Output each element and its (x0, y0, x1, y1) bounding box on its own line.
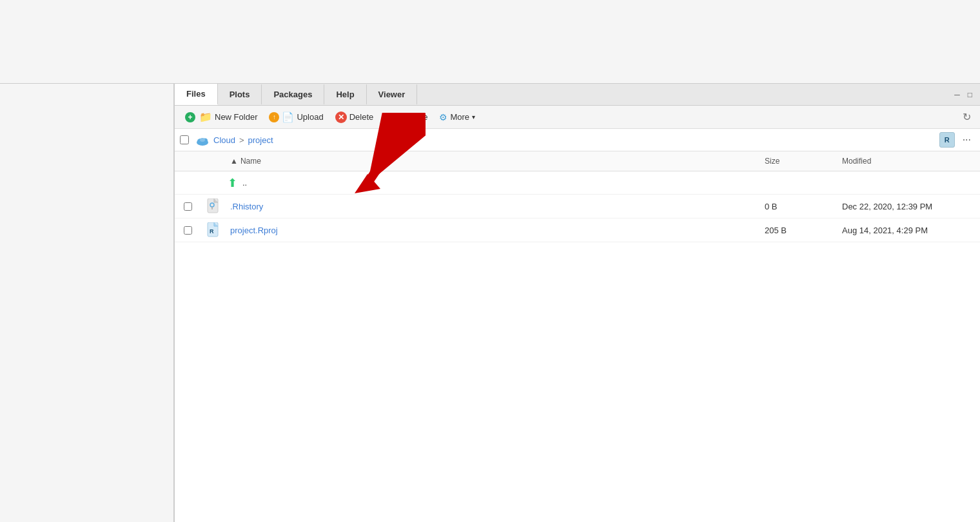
file-list: ⬆ .. .Rhistory 0 B Dec 22, 2020, 12:39 P… (175, 171, 980, 522)
row-file-icon-col (201, 196, 226, 217)
upload-file-icon: 📄 (282, 111, 294, 123)
toolbar: + 📁 New Folder ↑ 📄 Upload ✕ Delete ➜ Ren… (175, 106, 980, 129)
dropdown-chevron-icon: ▾ (472, 113, 475, 121)
breadcrumb-cloud-link[interactable]: Cloud (213, 135, 235, 145)
breadcrumb: Cloud > project R ··· (175, 129, 980, 151)
tab-plots[interactable]: Plots (218, 84, 262, 104)
file-date-col: Aug 14, 2021, 4:29 PM (838, 223, 980, 238)
breadcrumb-current-folder: project (248, 135, 273, 145)
svg-rect-4 (208, 198, 218, 213)
header-modified-col[interactable]: Modified (838, 154, 980, 168)
table-row: R project.Rproj 205 B Aug 14, 2021, 4:29… (175, 218, 980, 242)
row-file-icon-col: R (201, 220, 226, 240)
more-button[interactable]: ⚙ More ▾ (434, 110, 480, 125)
file-checkbox-rhistory[interactable] (184, 202, 192, 211)
new-folder-button[interactable]: + 📁 New Folder (180, 108, 262, 126)
file-checkbox-rproj[interactable] (184, 226, 192, 235)
delete-label: Delete (349, 112, 374, 122)
upload-circle-icon: ↑ (269, 112, 279, 122)
cloud-icon (195, 133, 210, 147)
maximize-button[interactable]: □ (965, 89, 975, 101)
minimize-button[interactable]: ─ (952, 89, 963, 101)
tab-packages[interactable]: Packages (262, 84, 324, 104)
more-label: More (450, 112, 469, 122)
green-plus-icon: + (185, 112, 195, 122)
file-panel: Files Plots Packages Help Viewer ─ □ + 📁… (174, 84, 980, 522)
r-badge-button[interactable]: R (939, 132, 955, 148)
upload-label: Upload (297, 112, 323, 122)
tab-help[interactable]: Help (324, 84, 366, 104)
header-checkbox-col (175, 154, 201, 168)
file-name-col: project.Rproj (226, 223, 761, 238)
refresh-button[interactable]: ↻ (959, 108, 975, 126)
tab-files[interactable]: Files (175, 84, 218, 105)
tab-viewer[interactable]: Viewer (367, 84, 418, 104)
delete-x-icon: ✕ (335, 111, 347, 123)
rename-label: Rename (396, 112, 427, 122)
file-size-col: 0 B (761, 199, 838, 214)
row-checkbox-col (175, 200, 201, 213)
file-link-rhistory[interactable]: .Rhistory (230, 202, 263, 211)
rename-arrow-icon: ➜ (385, 111, 393, 123)
tab-controls: ─ □ (952, 89, 980, 101)
new-folder-label: New Folder (215, 112, 257, 122)
tab-bar: Files Plots Packages Help Viewer ─ □ (175, 84, 980, 106)
svg-text:R: R (210, 228, 214, 235)
gear-icon: ⚙ (439, 112, 447, 122)
more-dots-button[interactable]: ··· (959, 133, 975, 147)
name-column-label: Name (240, 157, 261, 166)
up-dots-label: .. (242, 178, 247, 188)
sort-indicator: ▲ (230, 157, 238, 166)
header-name-col[interactable]: ▲ Name (226, 154, 761, 168)
select-all-checkbox[interactable] (180, 135, 189, 144)
file-table-header: ▲ Name Size Modified (175, 151, 980, 171)
svg-point-3 (200, 138, 205, 142)
up-directory-row[interactable]: ⬆ .. (175, 171, 980, 195)
upload-button[interactable]: ↑ 📄 Upload (264, 109, 328, 126)
doc-file-icon (206, 198, 220, 214)
rproj-file-icon: R (206, 222, 220, 238)
rename-button[interactable]: ➜ Rename (380, 109, 433, 126)
file-size-col: 205 B (761, 223, 838, 238)
up-arrow-icon: ⬆ (228, 176, 237, 190)
file-name-col: .Rhistory (226, 199, 761, 214)
row-checkbox-col (175, 224, 201, 237)
delete-button[interactable]: ✕ Delete (330, 109, 379, 126)
table-row: .Rhistory 0 B Dec 22, 2020, 12:39 PM (175, 195, 980, 218)
header-size-col[interactable]: Size (761, 154, 838, 168)
file-link-rproj[interactable]: project.Rproj (230, 226, 278, 235)
file-date-col: Dec 22, 2020, 12:39 PM (838, 199, 980, 214)
breadcrumb-separator: > (239, 135, 244, 145)
header-icon-col (201, 154, 226, 168)
folder-icon: 📁 (199, 111, 212, 123)
